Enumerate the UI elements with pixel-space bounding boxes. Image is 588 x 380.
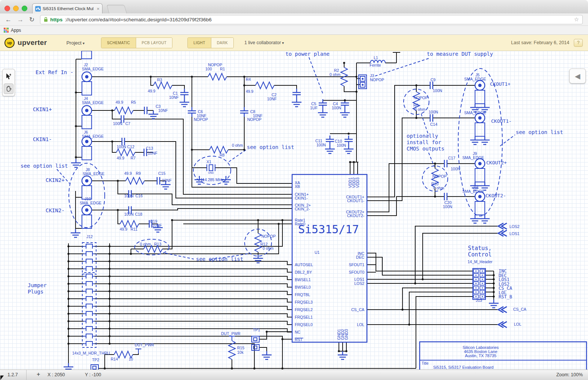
schematic-text: X1 <box>206 159 211 164</box>
offpage-arrow <box>498 223 507 229</box>
schematic-text: CMOS outputs <box>407 146 444 152</box>
junction-dot <box>108 283 110 285</box>
schematic-text: Rate0 <box>295 222 305 226</box>
collapse-left-icon: ◀ <box>575 72 581 80</box>
schematic-text: NOPOP <box>370 77 384 82</box>
junction-dot <box>108 335 110 337</box>
upverter-logo-icon[interactable]: up <box>4 38 15 48</box>
schematic-text: install for <box>407 139 441 145</box>
reload-icon[interactable]: ↻ <box>29 16 34 23</box>
schematic-text: NOPOP <box>432 174 447 179</box>
light-theme-button[interactable]: LIGHT <box>188 38 211 48</box>
schematic-text: optionally <box>407 133 438 139</box>
schematic-text: Title <box>422 361 429 365</box>
resistor <box>209 146 228 153</box>
theme-toggle: LIGHT DARK <box>187 37 234 48</box>
junction-dot <box>108 320 110 322</box>
capacitor <box>180 89 189 98</box>
ground-symbol <box>470 215 480 223</box>
schematic-text: 0 ohm <box>140 242 151 246</box>
schematic-text: Status, <box>468 245 491 252</box>
schematic-text: 14x3_M_HDR_THRU <box>72 351 110 355</box>
schematic-canvas[interactable]: Ext Ref In -CKIN1+CKIN1-see option listC… <box>0 51 588 370</box>
capacitor <box>444 193 447 200</box>
schematic-text: SMA_EDGE <box>464 77 486 81</box>
schematic-text: C12 <box>127 145 134 149</box>
junction-dot <box>355 91 357 92</box>
schematic-text: 100N <box>332 106 341 110</box>
apps-grid-icon[interactable] <box>4 28 9 33</box>
j13-pin <box>475 270 477 271</box>
schematic-text: 10NF <box>169 95 179 100</box>
url-scheme: https <box>50 17 62 22</box>
ground-symbol <box>292 98 301 107</box>
j13-pin <box>475 296 477 297</box>
schematic-text: DBL2_BY <box>295 270 312 274</box>
back-icon[interactable]: ← <box>5 16 12 23</box>
leader-line <box>421 114 429 136</box>
partial-connector <box>82 51 92 59</box>
close-window-icon[interactable] <box>4 6 10 11</box>
schematic-text: L1 <box>374 55 378 60</box>
schematic-text: R1 <box>220 67 225 71</box>
minimize-window-icon[interactable] <box>13 6 19 11</box>
junction-dot <box>343 62 345 64</box>
junction-dot <box>408 323 410 325</box>
brand-name[interactable]: upverter <box>18 39 47 47</box>
schematic-text: NOPOP <box>414 95 428 100</box>
schematic-text: 0 ohm <box>263 246 273 250</box>
junction-dot <box>338 350 340 352</box>
schematic-text: 49.9 <box>120 227 128 231</box>
junction-dot <box>355 76 357 77</box>
pan-tool[interactable] <box>4 83 13 94</box>
collaborator-menu[interactable]: 1 live collaborator▾ <box>244 40 284 45</box>
schematic-text: 0 ohm <box>232 143 243 148</box>
junction-dot <box>493 287 494 289</box>
schematic-text: CS_CA <box>513 307 526 311</box>
junction-dot <box>108 305 110 307</box>
tab-close-icon[interactable]: × <box>97 6 99 12</box>
schematic-text: 100N <box>124 212 134 216</box>
capacitor <box>122 138 125 145</box>
project-menu[interactable]: Project▾ <box>66 40 85 46</box>
test-point <box>252 336 259 342</box>
forward-icon[interactable]: → <box>17 16 24 23</box>
schematic-text: CKOUT1- <box>491 118 512 124</box>
browser-tab[interactable]: Si5315 Ethernet Clock Mul × <box>32 3 102 13</box>
schematic-text: Control <box>468 251 491 258</box>
junction-dot <box>130 253 132 255</box>
schematic-drawing[interactable]: Ext Ref In -CKIN1+CKIN1-see option listC… <box>0 51 588 370</box>
apps-label[interactable]: Apps <box>11 28 21 33</box>
resistor <box>153 82 172 89</box>
collapse-panel-button[interactable]: ◀ <box>569 69 586 83</box>
zoom-window-icon[interactable] <box>22 6 27 11</box>
new-tab-button[interactable] <box>107 5 127 13</box>
tab-pcb-layout[interactable]: PCB LAYOUT <box>136 38 172 48</box>
junction-dot <box>191 149 193 151</box>
ground-symbol <box>338 351 347 359</box>
tab-title: Si5315 Ethernet Clock Mul <box>43 6 95 11</box>
junction-dot <box>171 219 173 221</box>
schematic-text: SMA_EDGE <box>80 201 101 205</box>
schematic-text: R5 <box>131 100 136 104</box>
schematic-text: NOPOP <box>247 117 261 122</box>
schematic-text: LOL <box>357 322 364 327</box>
junction-dot <box>415 84 417 86</box>
ground-symbol <box>340 109 350 117</box>
view-toggle: SCHEMATIC PCB LAYOUT <box>101 37 172 48</box>
schematic-text: see option list <box>516 129 563 135</box>
select-move-tool[interactable] <box>4 71 13 82</box>
dark-theme-button[interactable]: DARK <box>211 38 233 48</box>
schematic-text: SFOUT0 <box>349 270 365 274</box>
j13-pin <box>475 287 477 288</box>
tab-schematic[interactable]: SCHEMATIC <box>101 38 136 48</box>
j13-pin <box>482 274 483 276</box>
url-bar[interactable]: https://upverter.com/eda/#tool=schematic… <box>40 15 583 24</box>
schematic-text: 100N <box>429 110 438 114</box>
j13-pin <box>475 274 477 276</box>
lock-icon <box>44 17 48 22</box>
ground-symbol <box>480 136 490 145</box>
help-button[interactable]: ? <box>574 39 583 47</box>
bookmark-star-icon[interactable]: ☆ <box>574 16 579 23</box>
resistor <box>116 149 135 156</box>
